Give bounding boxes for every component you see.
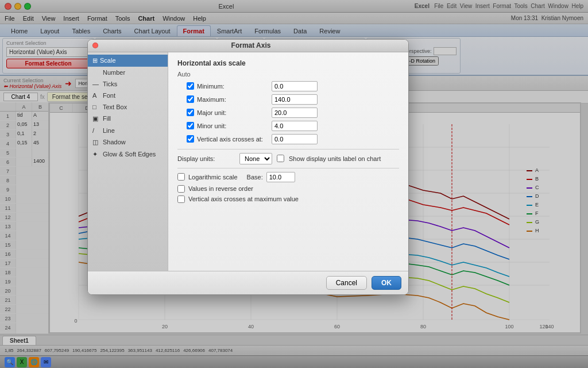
sidebar-item-shadow[interactable]: ◫ Shadow [88,136,168,148]
sidebar-item-glow[interactable]: ✦ Glow & Soft Edges [88,148,168,160]
dialog-content-area: Horizontal axis scale Auto Minimum: Maxi… [168,52,408,271]
show-units-label: Show display units label on chart [289,155,381,162]
display-units-select[interactable]: None [239,153,272,164]
vert-max-row: Vertical axis crosses at maximum value [177,195,399,203]
sidebar-item-line[interactable]: / Line [88,125,168,136]
vert-crosses-label: Vertical axis crosses at: [197,136,272,143]
sidebar-item-scale[interactable]: ⊞ Scale [88,55,168,67]
sidebar-item-ticks[interactable]: — Ticks [88,78,168,90]
divider-1 [177,149,399,150]
field-major-unit-row: Major unit: [187,108,399,118]
format-axis-dialog: Format Axis ⊞ Scale Number — Ticks A [87,39,409,295]
base-input[interactable] [266,172,295,182]
minimum-input[interactable] [272,81,318,91]
maximum-checkbox[interactable] [187,95,194,103]
scale-icon: ⊞ [92,57,98,64]
shadow-icon: ◫ [92,139,100,146]
minimum-label: Minimum: [197,83,272,90]
line-icon: / [92,127,100,134]
content-section-title: Horizontal axis scale [177,59,399,67]
dialog-titlebar: Format Axis [88,40,408,52]
reverse-order-row: Values in reverse order [177,185,399,193]
vert-max-label: Vertical axis crosses at maximum value [188,195,299,202]
maximum-label: Maximum: [197,96,272,103]
font-icon: A [92,92,100,99]
major-unit-input[interactable] [272,108,318,118]
log-scale-label: Logarithmic scale [188,174,238,181]
vert-crosses-input[interactable] [272,134,318,144]
field-maximum-row: Maximum: [187,94,399,105]
fill-icon: ▣ [92,115,100,122]
reverse-order-checkbox[interactable] [177,185,185,193]
minor-unit-label: Minor unit: [197,122,272,129]
reverse-order-label: Values in reverse order [188,185,253,192]
minimum-checkbox[interactable] [187,82,194,90]
ticks-icon: — [92,80,100,87]
vert-max-checkbox[interactable] [177,195,185,203]
log-scale-checkbox[interactable] [177,173,185,181]
field-minor-unit-row: Minor unit: [187,121,399,131]
maximum-input[interactable] [272,94,318,105]
cancel-button[interactable]: Cancel [326,276,367,290]
field-vert-crosses-row: Vertical axis crosses at: [187,134,399,144]
dialog-footer: Cancel OK [88,271,408,294]
dialog-title: Format Axis [98,41,404,49]
dialog-window-controls [92,43,98,48]
sidebar-item-font[interactable]: A Font [88,90,168,101]
auto-label: Auto [177,71,399,78]
show-units-checkbox[interactable] [277,155,284,162]
minor-unit-checkbox[interactable] [187,122,194,129]
minor-unit-input[interactable] [272,121,318,131]
base-label: Base: [247,174,263,181]
log-scale-row: Logarithmic scale Base: [177,172,399,182]
dialog-sidebar: ⊞ Scale Number — Ticks A Font □ Text [88,52,168,271]
display-units-label: Display units: [177,155,235,162]
vert-crosses-checkbox[interactable] [187,135,194,143]
sidebar-item-fill[interactable]: ▣ Fill [88,113,168,125]
dialog-body: ⊞ Scale Number — Ticks A Font □ Text [88,52,408,271]
field-minimum-row: Minimum: [187,81,399,91]
major-unit-label: Major unit: [197,109,272,116]
sidebar-item-textbox[interactable]: □ Text Box [88,101,168,113]
dialog-overlay: Format Axis ⊞ Scale Number — Ticks A [0,0,588,368]
display-units-row: Display units: None Show display units l… [177,153,399,164]
ok-button[interactable]: OK [372,276,401,290]
dialog-close-btn[interactable] [92,43,98,48]
glow-icon: ✦ [92,151,100,158]
sidebar-item-number[interactable]: Number [88,67,168,78]
major-unit-checkbox[interactable] [187,109,194,116]
textbox-icon: □ [92,103,100,110]
divider-2 [177,168,399,168]
